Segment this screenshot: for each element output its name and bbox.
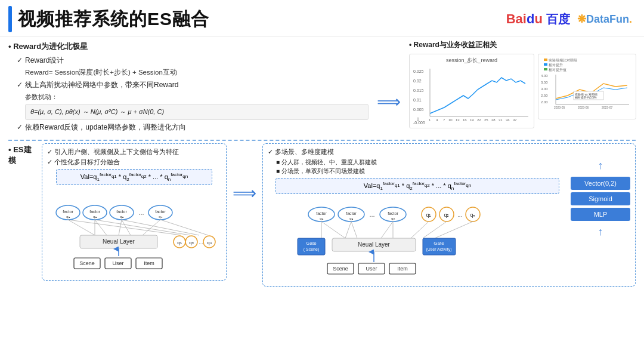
right-charts-panel: Reward与业务收益正相关 session_步长_reward 0.025 0… (409, 40, 636, 134)
svg-text:Item: Item (397, 266, 408, 272)
svg-text:31: 31 (499, 118, 503, 122)
param-label: 参数扰动： (25, 91, 369, 103)
datafun-logo: ❋DataFun. (577, 13, 632, 26)
square-icon2: ■ (276, 168, 281, 174)
svg-line-105 (435, 222, 473, 238)
svg-text:factor: factor (388, 211, 398, 216)
check-reward-feedback: 依赖Reward反馈，update网络参数，调整进化方向 (17, 121, 369, 133)
bottom-side-arrow-icon: ↑ (571, 226, 630, 238)
svg-line-100 (351, 222, 357, 238)
check-gaussian: 线上高斯扰动神经网络中参数，带来不同Reward (17, 79, 369, 91)
baidu-text: Bai (506, 11, 527, 26)
formula-box: θ=(μ, σ, C), pθ(x) ～ N(μ, σ²C) ～ μ + σN(… (25, 104, 369, 120)
val-formula-right: Val=q1factorq1 * q2factorq2 * ... * qnfa… (275, 178, 560, 194)
right-bullet1: ■ 分人群，视频轻、中、重度人群建模 (276, 158, 567, 167)
nn-diagram-left: factor q₁ factor q₂ factor q₃ ... factor… (47, 187, 220, 274)
svg-text:7: 7 (443, 118, 445, 122)
svg-text:(User Activity): (User Activity) (426, 247, 451, 252)
svg-text:Gate: Gate (306, 241, 317, 246)
es-label-area: ES建模 (8, 143, 38, 168)
svg-line-101 (381, 222, 393, 238)
left-text-panel: Reward为进化北极星 Reward设计 Reward= Session深度(… (8, 40, 369, 134)
bullet-reward: Reward为进化北极星 (8, 40, 369, 53)
baidu-u: u (534, 11, 542, 26)
right-diagram-box: 多场景、多维度建模 ■ 分人群，视频轻、中、重度人群建模 ■ 分场景，单双列等不… (262, 143, 636, 287)
svg-text:...: ... (369, 211, 374, 218)
svg-text:1: 1 (429, 118, 431, 122)
line-chart-svg: 0.025 0.02 0.015 0.01 0.005 0 -0.005 1 4… (412, 66, 531, 125)
svg-text:10: 10 (448, 118, 453, 122)
svg-text:0.015: 0.015 (413, 88, 424, 93)
logo-area: Baidu 百度 ❋DataFun. (506, 11, 632, 27)
right-check1: 多场景、多维度建模 (268, 147, 567, 156)
svg-text:-0.005: -0.005 (413, 121, 425, 125)
left-diagram-box: 引入用户侧、视频侧及上下文侧信号为特征 个性化多目标打分融合 Val=q1fac… (42, 143, 227, 281)
top-section: Reward为进化北极星 Reward设计 Reward= Session深度(… (8, 40, 636, 134)
title-accent (8, 6, 12, 32)
svg-text:4.00: 4.00 (541, 74, 548, 78)
top-arrow: ⟹ (374, 70, 403, 134)
svg-text:( Scene): ( Scene) (304, 247, 319, 252)
datafun-icon: ❋ (577, 13, 586, 25)
svg-text:Item: Item (144, 260, 154, 266)
svg-text:19: 19 (470, 118, 474, 122)
svg-line-62 (122, 220, 199, 235)
svg-text:25: 25 (484, 118, 488, 122)
svg-text:q₁: q₁ (426, 212, 431, 218)
right-arrow-icon: ⟹ (377, 94, 401, 110)
left-check1: 引入用户侧、视频侧及上下文侧信号为特征 (47, 147, 221, 156)
val-formula-left: Val=q1factorq1 * q2factorq2 * ... * qnfa… (56, 169, 213, 185)
svg-text:Scene: Scene (333, 266, 348, 272)
svg-text:qₙ: qₙ (470, 212, 475, 218)
svg-text:相对提升约3.5%: 相对提升约3.5% (575, 96, 597, 99)
svg-text:q₁: q₁ (177, 240, 181, 245)
svg-text:0.01: 0.01 (413, 98, 422, 102)
svg-rect-22 (544, 59, 547, 61)
charts-row: session_步长_reward 0.025 0.02 0.015 0.01 … (409, 54, 636, 128)
left-check2: 个性化多目标打分融合 (47, 158, 221, 167)
bottom-arrow: ⟹ (230, 185, 259, 202)
baidu-cn: 百度 (546, 13, 570, 26)
svg-line-61 (95, 220, 190, 235)
svg-text:3.00: 3.00 (541, 87, 548, 91)
datafun-text: DataFun (586, 13, 629, 25)
sigmoid-box: Sigmoid (571, 192, 630, 205)
svg-line-57 (119, 220, 122, 235)
header: 视频推荐系统的ES融合 Baidu 百度 ❋DataFun. (0, 0, 644, 36)
svg-text:Neual Layer: Neual Layer (358, 241, 391, 248)
section-divider (8, 140, 636, 141)
svg-line-98 (321, 222, 345, 238)
nn-diagram-right: factor q₁ factor q₂ ... factor qₙ q₁ (268, 196, 494, 280)
title-bar: 视频推荐系统的ES融合 (8, 6, 506, 32)
reward-formula: Reward= Session深度(时长+步长) + Session互动 (25, 67, 369, 79)
baidu-du: d (527, 11, 534, 26)
svg-text:37: 37 (513, 118, 517, 122)
svg-text:16: 16 (463, 118, 467, 122)
right-diagram-side: ↑ Vector(0,2) Sigmoid MLP ↑ (571, 159, 630, 282)
svg-text:3.50: 3.50 (541, 81, 548, 84)
svg-text:34: 34 (506, 118, 510, 122)
svg-text:2023-06: 2023-06 (578, 106, 589, 109)
svg-text:2.00: 2.00 (541, 100, 548, 104)
svg-text:4: 4 (436, 118, 438, 122)
svg-line-59 (143, 220, 160, 235)
svg-text:0.025: 0.025 (413, 69, 424, 73)
check-reward-design: Reward设计 (17, 54, 369, 66)
svg-text:factor: factor (116, 210, 127, 214)
main-content: Reward为进化北极星 Reward设计 Reward= Session深度(… (0, 36, 644, 290)
svg-line-63 (160, 220, 208, 235)
right-diagram-main: 多场景、多维度建模 ■ 分人群，视频轻、中、重度人群建模 ■ 分场景，单双列等不… (268, 147, 567, 282)
svg-text:2.50: 2.50 (541, 94, 548, 97)
svg-text:q₂: q₂ (189, 240, 193, 245)
vector-box: Vector(0,2) (571, 177, 630, 190)
svg-text:...: ... (138, 209, 144, 216)
svg-line-55 (95, 220, 107, 235)
right-bullet2: ■ 分场景，单双列等不同场景建模 (276, 167, 567, 176)
baidu-logo: Baidu 百度 (506, 11, 570, 27)
square-icon1: ■ (276, 159, 281, 165)
bottom-right-arrow-icon: ⟹ (233, 185, 256, 202)
mlp-box: MLP (571, 208, 630, 221)
chart1-title: session_步长_reward (412, 57, 531, 64)
svg-text:相对提升值: 相对提升值 (549, 68, 566, 72)
svg-text:相对提升: 相对提升 (549, 63, 563, 67)
